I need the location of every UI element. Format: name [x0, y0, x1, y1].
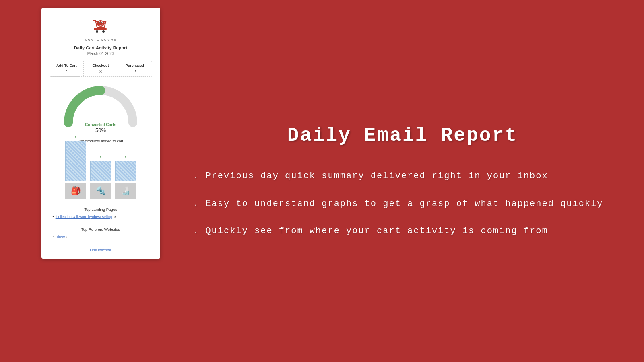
stat-label-add-to-cart: Add To Cart	[52, 64, 82, 68]
stats-table: Add To Cart 4 Checkout 3 Purchased 2	[50, 61, 152, 77]
feature-text-3: . Quickly see from where your cart activ…	[193, 226, 548, 237]
stat-cell-add-to-cart: Add To Cart 4	[50, 61, 84, 76]
stat-label-checkout: Checkout	[85, 64, 116, 68]
bar-2	[90, 161, 111, 181]
unsubscribe-section: Unsubscribe	[50, 247, 152, 252]
bar-value-1: 6	[75, 136, 76, 139]
feature-item-1: . Previous day quick summary delivered r…	[193, 171, 612, 182]
bar-img-2: 🔩	[90, 183, 111, 199]
report-date: March 01 2023	[50, 51, 152, 56]
report-title: Daily Cart Activity Report	[50, 45, 152, 50]
feature-item-3: . Quickly see from where your cart activ…	[193, 226, 612, 237]
landing-count-1: 3	[114, 215, 116, 219]
svg-point-6	[99, 22, 100, 23]
referers-section: Top Referers Websites • Direct 3	[50, 227, 152, 239]
bar-chart-section: Top products added to cart 6 🎒 3 🔩 3 🍶	[50, 139, 152, 199]
feature-text-1: . Previous day quick summary delivered r…	[193, 171, 548, 182]
unsubscribe-link[interactable]: Unsubscribe	[90, 248, 111, 252]
bar-value-2: 3	[100, 156, 101, 159]
divider-3	[50, 243, 152, 243]
svg-rect-0	[94, 28, 107, 30]
svg-point-7	[101, 22, 102, 23]
divider-1	[50, 203, 152, 203]
landing-link-1[interactable]: /collections/all?sort_by=best-selling	[56, 215, 112, 219]
bar-1	[65, 141, 86, 181]
bar-col-2: 3 🔩	[90, 156, 111, 199]
referer-item-1: • Direct 3	[53, 235, 152, 239]
cart-logo-icon	[91, 16, 111, 36]
landing-item-1: • /collections/all?sort_by=best-selling …	[53, 215, 152, 219]
landing-bullet-1: •	[53, 215, 54, 219]
logo-area: CART-O-MUNIRE	[50, 16, 152, 41]
stat-value-checkout: 3	[85, 69, 116, 74]
divider-2	[50, 223, 152, 223]
landing-section: Top Landing Pages • /collections/all?sor…	[50, 207, 152, 219]
bar-chart-title: Top products added to cart	[50, 139, 152, 143]
landing-title: Top Landing Pages	[50, 207, 152, 212]
svg-point-1	[96, 30, 98, 33]
logo-name: CART-O-MUNIRE	[50, 38, 152, 41]
bar-col-3: 3 🍶	[115, 156, 136, 199]
stat-value-purchased: 2	[120, 69, 150, 74]
bar-value-3: 3	[125, 156, 126, 159]
svg-point-2	[102, 30, 105, 33]
referers-title: Top Referers Websites	[50, 227, 152, 232]
feature-item-2: . Easy to understand graphs to get a gra…	[193, 198, 612, 210]
gauge-container: Converted Carts 50%	[50, 82, 152, 133]
bar-img-3: 🍶	[115, 183, 136, 199]
referer-count-1: 3	[66, 235, 68, 239]
bar-3	[115, 161, 136, 181]
stat-label-purchased: Purchased	[120, 64, 150, 68]
feature-text-2: . Easy to understand graphs to get a gra…	[193, 198, 603, 210]
email-card: CART-O-MUNIRE Daily Cart Activity Report…	[41, 8, 160, 259]
bar-chart: 6 🎒 3 🔩 3 🍶	[50, 146, 152, 199]
stat-cell-purchased: Purchased 2	[118, 61, 152, 76]
bar-img-1: 🎒	[65, 183, 86, 199]
referer-bullet-1: •	[53, 235, 54, 239]
right-panel: Daily Email Report . Previous day quick …	[169, 0, 644, 362]
page-title: Daily Email Report	[193, 125, 612, 146]
referer-link-1[interactable]: Direct	[56, 235, 65, 239]
bar-col-1: 6 🎒	[65, 136, 86, 199]
left-panel: CART-O-MUNIRE Daily Cart Activity Report…	[0, 0, 169, 362]
stat-cell-checkout: Checkout 3	[84, 61, 118, 76]
stat-value-add-to-cart: 4	[52, 69, 82, 74]
gauge-percent: 50%	[54, 127, 148, 133]
